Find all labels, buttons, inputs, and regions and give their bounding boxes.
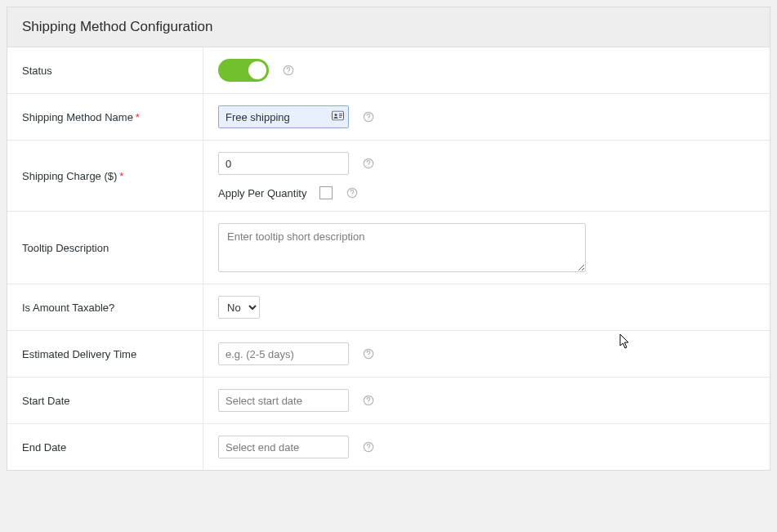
- label-name-text: Shipping Method Name: [22, 111, 133, 123]
- tooltip-textarea[interactable]: [218, 223, 586, 272]
- label-status: Status: [7, 47, 203, 93]
- help-icon[interactable]: [362, 347, 375, 360]
- label-tooltip: Tooltip Description: [7, 212, 203, 284]
- svg-point-18: [368, 449, 368, 450]
- svg-point-1: [288, 73, 288, 74]
- name-input[interactable]: [218, 105, 349, 128]
- svg-point-3: [334, 114, 337, 116]
- row-taxable: Is Amount Taxable? No: [7, 284, 770, 331]
- svg-rect-6: [339, 117, 342, 118]
- help-icon[interactable]: [362, 440, 375, 454]
- eta-input[interactable]: [218, 342, 349, 365]
- label-eta: Estimated Delivery Time: [7, 331, 203, 377]
- svg-rect-5: [339, 115, 342, 116]
- row-tooltip: Tooltip Description: [7, 212, 770, 284]
- end-date-input[interactable]: [218, 436, 349, 458]
- required-marker: *: [136, 111, 140, 123]
- svg-point-12: [352, 195, 353, 196]
- label-charge-text: Shipping Charge ($): [22, 170, 117, 182]
- charge-input[interactable]: [218, 152, 349, 175]
- shipping-method-config-panel: Shipping Method Configuration Status: [7, 7, 770, 471]
- row-start-date: Start Date: [7, 378, 770, 424]
- row-name: Shipping Method Name *: [7, 94, 770, 141]
- label-start-date-text: Start Date: [22, 395, 70, 407]
- help-icon[interactable]: [362, 157, 375, 170]
- label-tooltip-text: Tooltip Description: [22, 242, 109, 254]
- status-toggle[interactable]: [218, 59, 269, 82]
- svg-point-16: [368, 403, 368, 404]
- label-taxable: Is Amount Taxable?: [7, 284, 203, 330]
- label-taxable-text: Is Amount Taxable?: [22, 302, 114, 314]
- label-end-date: End Date: [7, 424, 203, 470]
- label-charge: Shipping Charge ($) *: [7, 141, 203, 211]
- row-end-date: End Date: [7, 424, 770, 470]
- row-status: Status: [7, 47, 770, 94]
- svg-point-10: [368, 166, 368, 167]
- row-eta: Estimated Delivery Time: [7, 331, 770, 378]
- label-name: Shipping Method Name *: [7, 94, 203, 140]
- label-start-date: Start Date: [7, 378, 203, 423]
- help-icon[interactable]: [282, 64, 295, 77]
- svg-point-8: [368, 119, 368, 120]
- label-status-text: Status: [22, 65, 52, 77]
- help-icon[interactable]: [362, 394, 375, 407]
- help-icon[interactable]: [346, 186, 359, 199]
- svg-rect-4: [339, 114, 342, 114]
- svg-point-14: [368, 356, 368, 357]
- panel-title: Shipping Method Configuration: [22, 19, 755, 35]
- status-toggle-knob: [248, 61, 266, 79]
- taxable-select[interactable]: No: [218, 296, 260, 319]
- label-eta-text: Estimated Delivery Time: [22, 348, 136, 360]
- row-charge: Shipping Charge ($) * Apply Per Quantity: [7, 141, 770, 212]
- start-date-input[interactable]: [218, 389, 349, 412]
- per-qty-checkbox[interactable]: [319, 186, 333, 199]
- label-end-date-text: End Date: [22, 441, 66, 454]
- required-marker: *: [119, 170, 123, 182]
- panel-header: Shipping Method Configuration: [7, 7, 770, 47]
- help-icon[interactable]: [362, 110, 375, 123]
- contact-card-icon: [332, 111, 344, 123]
- per-qty-label: Apply Per Quantity: [218, 187, 306, 199]
